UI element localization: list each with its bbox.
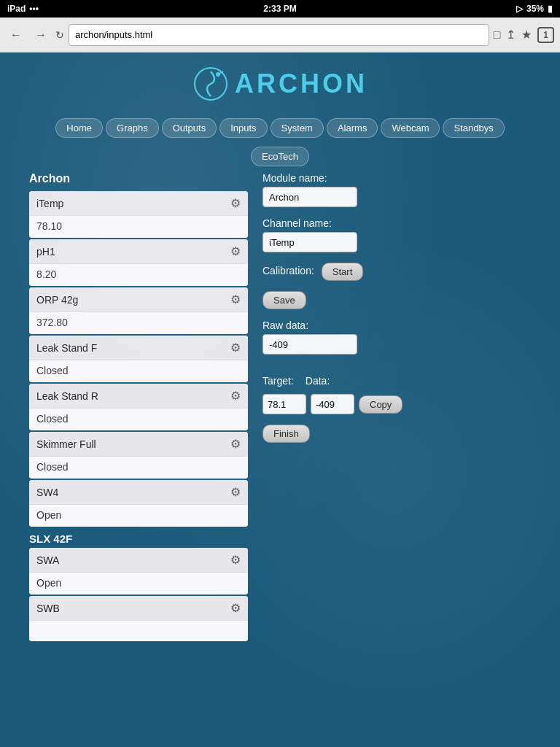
module-name-group: Module name: xyxy=(262,172,531,207)
sensor-skimmer: Skimmer Full ⚙ Closed xyxy=(29,432,248,479)
right-panel: Module name: Channel name: Calibration: … xyxy=(262,172,531,643)
sensor-swa: SWA ⚙ Open xyxy=(29,548,248,595)
sensor-orp-gear[interactable]: ⚙ xyxy=(230,293,241,306)
back-button[interactable]: ← xyxy=(6,26,26,44)
nav-outputs[interactable]: Outputs xyxy=(162,118,217,138)
sensor-orp: ORP 42g ⚙ 372.80 xyxy=(29,287,248,334)
nav-standbys[interactable]: Standbys xyxy=(443,118,504,138)
nav-home[interactable]: Home xyxy=(55,118,103,138)
target-value-input[interactable] xyxy=(262,394,306,414)
tab-count[interactable]: 1 xyxy=(537,27,554,43)
time-display: 2:33 PM xyxy=(263,4,296,14)
save-button[interactable]: Save xyxy=(262,291,306,309)
data-label: Data: xyxy=(306,375,330,387)
sensor-leak-r: Leak Stand R ⚙ Closed xyxy=(29,384,248,430)
calibration-group: Calibration: Start xyxy=(262,263,531,281)
sensor-leak-f-name: Leak Stand F xyxy=(36,342,97,354)
sensor-sw4-value: Open xyxy=(29,505,248,527)
ocean-background: ARCHON Home Graphs Outputs Inputs System… xyxy=(0,53,560,747)
sensor-skimmer-header: Skimmer Full ⚙ xyxy=(29,432,248,457)
calibration-label: Calibration: xyxy=(262,265,314,276)
sensor-leak-f-gear[interactable]: ⚙ xyxy=(230,341,241,355)
battery-percent: 35% xyxy=(526,4,544,14)
module-archon-title: Archon xyxy=(29,172,248,185)
sensor-swa-gear[interactable]: ⚙ xyxy=(230,553,241,567)
sensor-leak-r-value: Closed xyxy=(29,409,248,430)
browser-bar: ← → ↻ □ ↥ ★ 1 xyxy=(0,18,560,53)
sensor-leak-f: Leak Stand F ⚙ Closed xyxy=(29,336,248,382)
nav-inputs[interactable]: Inputs xyxy=(219,118,267,138)
nav-alarms[interactable]: Alarms xyxy=(327,118,378,138)
sensor-swb-name: SWB xyxy=(36,603,60,614)
sensor-leak-f-header: Leak Stand F ⚙ xyxy=(29,336,248,360)
module-name-input[interactable] xyxy=(262,187,357,207)
battery-icon: ▮ xyxy=(548,4,553,14)
sensor-ph1: pH1 ⚙ 8.20 xyxy=(29,239,248,286)
target-inputs-row: Copy xyxy=(262,394,531,414)
sensor-orp-header: ORP 42g ⚙ xyxy=(29,287,248,312)
bluetooth-icon: ▷ xyxy=(516,4,523,14)
sensor-orp-name: ORP 42g xyxy=(36,294,78,306)
status-bar: iPad ••• 2:33 PM ▷ 35% ▮ xyxy=(0,0,560,18)
sensor-ph1-value: 8.20 xyxy=(29,264,248,286)
sensor-skimmer-value: Closed xyxy=(29,457,248,479)
sensor-leak-r-header: Leak Stand R ⚙ xyxy=(29,384,248,409)
channel-name-label: Channel name: xyxy=(262,217,531,229)
nav-graphs[interactable]: Graphs xyxy=(106,118,159,138)
sensor-ph1-name: pH1 xyxy=(36,246,55,258)
sensor-swa-value: Open xyxy=(29,573,248,595)
forward-button[interactable]: → xyxy=(31,26,51,44)
browser-icons: □ ↥ ★ 1 xyxy=(494,27,554,43)
channel-name-input[interactable] xyxy=(262,232,357,252)
reload-button[interactable]: ↻ xyxy=(55,29,64,41)
sensor-sw4-header: SW4 ⚙ xyxy=(29,480,248,505)
share-icon[interactable]: □ xyxy=(494,28,501,42)
calibration-start-button[interactable]: Start xyxy=(322,263,363,281)
status-right: ▷ 35% ▮ xyxy=(516,4,553,14)
sensor-sw4-name: SW4 xyxy=(36,487,58,498)
sensor-swa-header: SWA ⚙ xyxy=(29,548,248,573)
sensor-swa-name: SWA xyxy=(36,554,59,566)
sensor-ph1-header: pH1 ⚙ xyxy=(29,239,248,264)
sensor-skimmer-name: Skimmer Full xyxy=(36,438,96,450)
logo-text: ARCHON xyxy=(235,69,368,99)
target-data-group: Target: Data: Copy xyxy=(262,375,531,414)
sensor-swb-gear[interactable]: ⚙ xyxy=(230,601,241,615)
carrier-text: iPad xyxy=(7,4,26,14)
nav-system[interactable]: System xyxy=(271,118,324,138)
logo-icon xyxy=(192,66,229,102)
channel-name-group: Channel name: xyxy=(262,217,531,252)
wifi-icon: ••• xyxy=(29,4,39,14)
sensor-orp-value: 372.80 xyxy=(29,312,248,334)
module-slx-title: SLX 42F xyxy=(29,533,248,545)
url-bar[interactable] xyxy=(69,24,489,46)
data-value-input[interactable] xyxy=(311,394,354,414)
nav-bar: Home Graphs Outputs Inputs System Alarms… xyxy=(0,112,560,144)
sensor-itemp-value: 78.10 xyxy=(29,216,248,238)
sensor-swb-header: SWB ⚙ xyxy=(29,596,248,621)
module-name-label: Module name: xyxy=(262,172,531,184)
sensor-sw4-gear[interactable]: ⚙ xyxy=(230,485,241,499)
sensor-itemp-name: iTemp xyxy=(36,198,63,209)
nav-webcam[interactable]: Webcam xyxy=(381,118,440,138)
sensor-itemp: iTemp ⚙ 78.10 xyxy=(29,191,248,238)
raw-data-label: Raw data: xyxy=(262,320,531,331)
nav-ecotech[interactable]: EcoTech xyxy=(251,147,309,166)
upload-icon[interactable]: ↥ xyxy=(506,28,516,42)
sensor-skimmer-gear[interactable]: ⚙ xyxy=(230,437,241,451)
left-panel: Archon iTemp ⚙ 78.10 pH1 ⚙ 8.20 xyxy=(29,172,248,643)
sensor-itemp-gear[interactable]: ⚙ xyxy=(230,196,241,210)
copy-button[interactable]: Copy xyxy=(359,395,402,414)
sensor-leak-r-gear[interactable]: ⚙ xyxy=(230,389,241,403)
sensor-ph1-gear[interactable]: ⚙ xyxy=(230,244,241,258)
finish-button[interactable]: Finish xyxy=(262,425,310,443)
bookmark-icon[interactable]: ★ xyxy=(521,28,532,42)
target-label: Target: xyxy=(262,375,294,387)
main-content: Archon iTemp ⚙ 78.10 pH1 ⚙ 8.20 xyxy=(0,172,560,643)
sensor-leak-f-value: Closed xyxy=(29,360,248,382)
header: ARCHON xyxy=(0,53,560,112)
raw-data-input[interactable] xyxy=(262,334,357,355)
raw-data-group: Raw data: xyxy=(262,320,531,365)
sensor-itemp-header: iTemp ⚙ xyxy=(29,191,248,216)
sensor-sw4: SW4 ⚙ Open xyxy=(29,480,248,527)
